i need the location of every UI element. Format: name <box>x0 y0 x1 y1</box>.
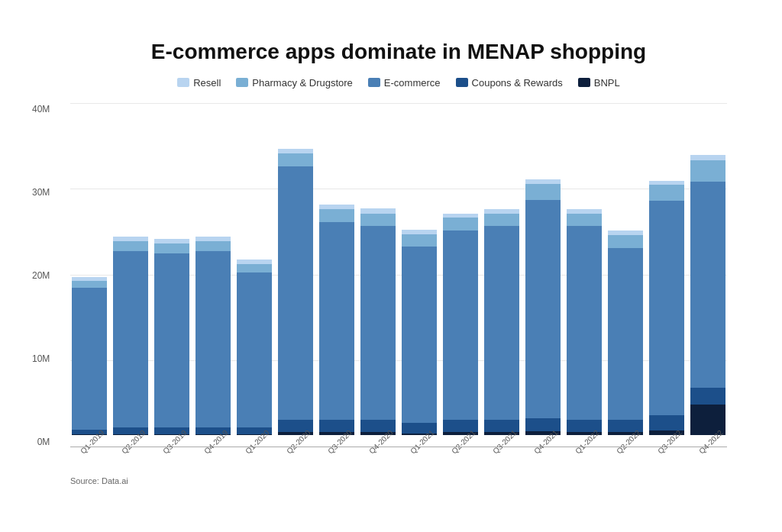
legend-swatch <box>456 78 468 87</box>
legend-label: Pharmacy & Drugstore <box>252 77 353 89</box>
bar-group: Q1-2019 <box>70 277 108 447</box>
bar-segment-pharmacy <box>525 184 561 199</box>
bar-group: Q3-2019 <box>153 239 191 447</box>
bar-group: Q2-2022 <box>606 231 645 447</box>
legend-swatch <box>177 78 189 87</box>
bar-stack <box>319 205 354 435</box>
bar-segment-pharmacy <box>649 185 684 200</box>
bar-segment-pharmacy <box>402 234 437 247</box>
bar-group: Q2-2021 <box>441 214 480 447</box>
bar-segment-ecommerce <box>443 231 478 420</box>
legend-label: BNPL <box>594 77 620 89</box>
bar-stack <box>113 237 148 435</box>
bar-segment-pharmacy <box>113 241 148 252</box>
bar-segment-ecommerce <box>567 226 602 419</box>
bar-stack <box>278 149 313 435</box>
bar-segment-ecommerce <box>649 201 684 415</box>
bar-segment-ecommerce <box>690 182 725 388</box>
bar-segment-ecommerce <box>484 226 519 419</box>
bar-segment-ecommerce <box>608 248 643 420</box>
bar-segment-ecommerce <box>525 200 561 419</box>
bar-stack <box>484 209 519 435</box>
y-axis-label: 10M <box>32 353 53 364</box>
bar-segment-ecommerce <box>278 166 313 420</box>
legend-label: Resell <box>193 77 221 89</box>
bar-stack <box>154 239 189 435</box>
bar-segment-pharmacy <box>608 235 643 248</box>
y-axis-label: 40M <box>32 104 53 114</box>
legend-item-e-commerce: E-commerce <box>368 77 441 89</box>
bar-segment-resell <box>360 208 396 214</box>
bar-stack <box>360 208 396 435</box>
bar-group: Q4-2022 <box>689 155 727 447</box>
bar-segment-ecommerce <box>360 226 396 419</box>
bar-segment-ecommerce <box>154 253 189 427</box>
bar-segment-pharmacy <box>567 214 602 227</box>
bar-segment-coupons <box>690 388 725 405</box>
legend-label: Coupons & Rewards <box>472 77 563 89</box>
bar-stack <box>690 155 725 435</box>
bar-segment-pharmacy <box>196 241 231 252</box>
source-text: Source: Data.ai <box>70 476 727 485</box>
bar-segment-pharmacy <box>360 214 396 227</box>
bar-stack <box>608 231 643 435</box>
bar-segment-pharmacy <box>443 218 478 231</box>
bar-group: Q3-2022 <box>648 181 686 447</box>
bar-group: Q1-2022 <box>565 209 603 447</box>
bar-segment-ecommerce <box>237 272 272 427</box>
bars-wrapper: Q1-2019Q2-2019Q3-2019Q4-2019Q1-2020Q2-20… <box>70 104 727 470</box>
bar-group: Q1-2020 <box>235 260 273 447</box>
bar-stack <box>196 237 231 435</box>
legend-item-bnpl: BNPL <box>578 77 620 89</box>
bar-segment-resell <box>690 155 725 160</box>
bar-group: Q4-2020 <box>359 208 397 447</box>
legend-swatch <box>368 78 380 87</box>
y-axis: 40M30M20M10M0M <box>32 104 53 447</box>
bar-segment-ecommerce <box>72 288 107 430</box>
bar-segment-ecommerce <box>319 222 354 420</box>
bar-group: Q3-2020 <box>318 205 356 447</box>
bar-stack <box>567 209 602 435</box>
bar-segment-pharmacy <box>154 243 189 254</box>
legend-item-resell: Resell <box>177 77 221 89</box>
bar-stack <box>237 260 272 435</box>
legend-item-pharmacy-&-drugstore: Pharmacy & Drugstore <box>236 77 353 89</box>
bar-segment-pharmacy <box>690 160 725 182</box>
bar-segment-ecommerce <box>402 247 437 423</box>
legend-swatch <box>236 78 248 87</box>
y-axis-label: 0M <box>37 437 54 447</box>
bar-stack <box>443 214 478 435</box>
chart-area: 40M30M20M10M0M Q1-2019Q2-2019Q3-2019Q4-2… <box>70 104 727 470</box>
bar-group: Q4-2019 <box>194 237 232 447</box>
bar-stack <box>72 277 107 435</box>
bar-group: Q2-2019 <box>111 237 150 447</box>
legend-label: E-commerce <box>384 77 441 89</box>
chart-title: E-commerce apps dominate in MENAP shoppi… <box>70 39 727 65</box>
y-axis-label: 30M <box>32 187 53 198</box>
bar-group: Q1-2021 <box>400 230 438 447</box>
bar-segment-ecommerce <box>196 251 231 427</box>
bar-stack <box>525 179 561 435</box>
bar-segment-pharmacy <box>278 153 313 166</box>
bar-group: Q3-2021 <box>483 209 521 447</box>
chart-legend: ResellPharmacy & DrugstoreE-commerceCoup… <box>70 77 727 89</box>
bar-segment-pharmacy <box>319 209 354 222</box>
bar-group: Q2-2020 <box>276 149 315 447</box>
legend-swatch <box>578 78 590 87</box>
legend-item-coupons-&-rewards: Coupons & Rewards <box>456 77 563 89</box>
bar-segment-resell <box>525 179 561 185</box>
bar-segment-pharmacy <box>237 264 272 272</box>
bar-stack <box>402 230 437 435</box>
bar-segment-pharmacy <box>484 214 519 227</box>
bar-segment-ecommerce <box>113 251 148 427</box>
chart-container: E-commerce apps dominate in MENAP shoppi… <box>24 16 758 516</box>
y-axis-label: 20M <box>32 270 53 281</box>
bar-segment-pharmacy <box>72 281 107 288</box>
bar-stack <box>649 181 684 435</box>
bar-group: Q4-2021 <box>524 179 562 447</box>
